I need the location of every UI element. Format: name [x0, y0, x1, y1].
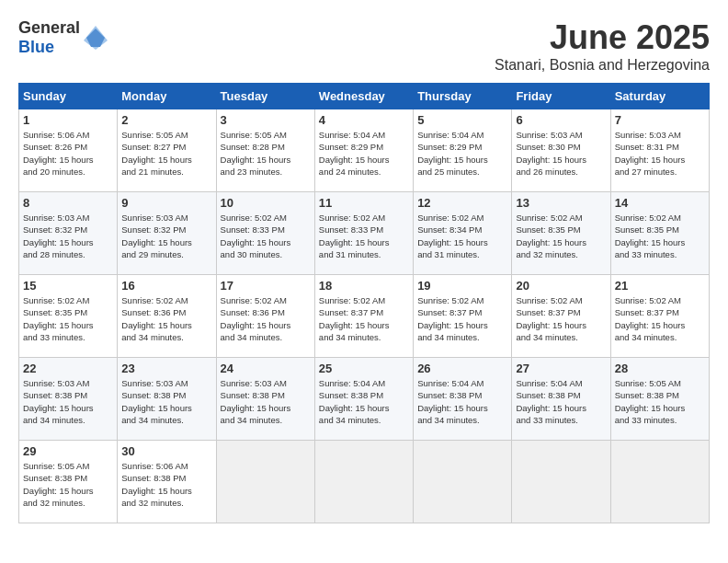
table-row: 28 Sunrise: 5:05 AM Sunset: 8:38 PM Dayl… [610, 358, 709, 441]
day-info: Sunrise: 5:02 AM Sunset: 8:36 PM Dayligh… [121, 294, 211, 343]
table-row: 21 Sunrise: 5:02 AM Sunset: 8:37 PM Dayl… [610, 275, 709, 358]
table-row: 19 Sunrise: 5:02 AM Sunset: 8:37 PM Dayl… [414, 275, 512, 358]
header-row: Sunday Monday Tuesday Wednesday Thursday… [19, 84, 710, 109]
col-thursday: Thursday [414, 84, 512, 109]
calendar-subtitle: Stanari, Bosnia and Herzegovina [495, 57, 710, 74]
day-number: 15 [23, 279, 113, 293]
table-row: 10 Sunrise: 5:02 AM Sunset: 8:33 PM Dayl… [216, 192, 314, 275]
table-row: 23 Sunrise: 5:03 AM Sunset: 8:38 PM Dayl… [118, 358, 216, 441]
day-number: 6 [516, 113, 606, 127]
day-info: Sunrise: 5:02 AM Sunset: 8:33 PM Dayligh… [319, 212, 409, 260]
day-number: 2 [121, 113, 211, 127]
table-row [610, 441, 709, 523]
day-info: Sunrise: 5:05 AM Sunset: 8:38 PM Dayligh… [23, 460, 113, 509]
day-number: 1 [23, 113, 113, 127]
table-row: 13 Sunrise: 5:02 AM Sunset: 8:35 PM Dayl… [512, 192, 610, 275]
day-info: Sunrise: 5:02 AM Sunset: 8:34 PM Dayligh… [417, 212, 507, 260]
table-row: 11 Sunrise: 5:02 AM Sunset: 8:33 PM Dayl… [314, 192, 413, 275]
day-number: 25 [319, 362, 409, 375]
day-number: 11 [319, 196, 409, 210]
table-row: 15 Sunrise: 5:02 AM Sunset: 8:35 PM Dayl… [19, 275, 118, 358]
day-info: Sunrise: 5:02 AM Sunset: 8:37 PM Dayligh… [417, 294, 507, 343]
table-row: 9 Sunrise: 5:03 AM Sunset: 8:32 PM Dayli… [118, 192, 216, 275]
table-row: 29 Sunrise: 5:05 AM Sunset: 8:38 PM Dayl… [19, 441, 118, 523]
logo: General Blue [18, 18, 109, 57]
table-row: 20 Sunrise: 5:02 AM Sunset: 8:37 PM Dayl… [512, 275, 610, 358]
day-number: 19 [417, 279, 507, 293]
day-info: Sunrise: 5:04 AM Sunset: 8:29 PM Dayligh… [417, 129, 507, 178]
calendar-table: Sunday Monday Tuesday Wednesday Thursday… [18, 83, 710, 523]
table-row: 2 Sunrise: 5:05 AM Sunset: 8:27 PM Dayli… [118, 109, 216, 192]
table-row: 17 Sunrise: 5:02 AM Sunset: 8:36 PM Dayl… [216, 275, 314, 358]
day-number: 8 [23, 196, 113, 210]
day-number: 20 [516, 279, 606, 293]
day-number: 24 [221, 362, 311, 375]
day-info: Sunrise: 5:02 AM Sunset: 8:33 PM Dayligh… [221, 212, 311, 260]
table-row: 24 Sunrise: 5:03 AM Sunset: 8:38 PM Dayl… [216, 358, 314, 441]
day-number: 3 [221, 113, 311, 127]
table-row: 7 Sunrise: 5:03 AM Sunset: 8:31 PM Dayli… [610, 109, 709, 192]
table-row: 30 Sunrise: 5:06 AM Sunset: 8:38 PM Dayl… [118, 441, 216, 523]
day-info: Sunrise: 5:04 AM Sunset: 8:38 PM Dayligh… [417, 377, 507, 426]
day-info: Sunrise: 5:03 AM Sunset: 8:32 PM Dayligh… [23, 212, 113, 260]
day-number: 7 [615, 113, 705, 127]
day-number: 16 [121, 279, 211, 293]
day-info: Sunrise: 5:04 AM Sunset: 8:29 PM Dayligh… [319, 129, 409, 178]
logo-general: General [18, 18, 80, 37]
title-section: June 2025 Stanari, Bosnia and Herzegovin… [495, 18, 710, 74]
table-row [314, 441, 413, 523]
table-row: 4 Sunrise: 5:04 AM Sunset: 8:29 PM Dayli… [314, 109, 413, 192]
day-info: Sunrise: 5:02 AM Sunset: 8:35 PM Dayligh… [23, 294, 113, 343]
day-info: Sunrise: 5:02 AM Sunset: 8:35 PM Dayligh… [615, 212, 705, 260]
page-header: General Blue June 2025 Stanari, Bosnia a… [18, 18, 710, 74]
col-tuesday: Tuesday [216, 84, 314, 109]
table-row: 25 Sunrise: 5:04 AM Sunset: 8:38 PM Dayl… [314, 358, 413, 441]
calendar-row: 1 Sunrise: 5:06 AM Sunset: 8:26 PM Dayli… [19, 109, 710, 192]
day-info: Sunrise: 5:03 AM Sunset: 8:38 PM Dayligh… [121, 377, 211, 426]
table-row: 16 Sunrise: 5:02 AM Sunset: 8:36 PM Dayl… [118, 275, 216, 358]
day-info: Sunrise: 5:05 AM Sunset: 8:28 PM Dayligh… [221, 129, 311, 178]
day-number: 27 [516, 362, 606, 375]
table-row: 3 Sunrise: 5:05 AM Sunset: 8:28 PM Dayli… [216, 109, 314, 192]
day-info: Sunrise: 5:03 AM Sunset: 8:31 PM Dayligh… [615, 129, 705, 178]
table-row [512, 441, 610, 523]
day-number: 13 [516, 196, 606, 210]
day-number: 14 [615, 196, 705, 210]
day-number: 10 [221, 196, 311, 210]
calendar-row: 22 Sunrise: 5:03 AM Sunset: 8:38 PM Dayl… [19, 358, 710, 441]
day-info: Sunrise: 5:02 AM Sunset: 8:37 PM Dayligh… [516, 294, 606, 343]
day-number: 9 [121, 196, 211, 210]
col-wednesday: Wednesday [314, 84, 413, 109]
day-info: Sunrise: 5:02 AM Sunset: 8:37 PM Dayligh… [615, 294, 705, 343]
day-number: 23 [121, 362, 211, 375]
table-row: 18 Sunrise: 5:02 AM Sunset: 8:37 PM Dayl… [314, 275, 413, 358]
table-row [216, 441, 314, 523]
day-info: Sunrise: 5:06 AM Sunset: 8:26 PM Dayligh… [23, 129, 113, 178]
day-number: 29 [23, 444, 113, 458]
table-row: 8 Sunrise: 5:03 AM Sunset: 8:32 PM Dayli… [19, 192, 118, 275]
table-row: 5 Sunrise: 5:04 AM Sunset: 8:29 PM Dayli… [414, 109, 512, 192]
day-info: Sunrise: 5:03 AM Sunset: 8:32 PM Dayligh… [121, 212, 211, 260]
table-row: 14 Sunrise: 5:02 AM Sunset: 8:35 PM Dayl… [610, 192, 709, 275]
logo-icon [82, 24, 109, 52]
table-row: 6 Sunrise: 5:03 AM Sunset: 8:30 PM Dayli… [512, 109, 610, 192]
day-number: 18 [319, 279, 409, 293]
table-row: 12 Sunrise: 5:02 AM Sunset: 8:34 PM Dayl… [414, 192, 512, 275]
day-info: Sunrise: 5:04 AM Sunset: 8:38 PM Dayligh… [516, 377, 606, 426]
day-info: Sunrise: 5:05 AM Sunset: 8:27 PM Dayligh… [121, 129, 211, 178]
col-monday: Monday [118, 84, 216, 109]
day-number: 28 [615, 362, 705, 375]
day-info: Sunrise: 5:03 AM Sunset: 8:38 PM Dayligh… [221, 377, 311, 426]
day-number: 22 [23, 362, 113, 375]
day-number: 26 [417, 362, 507, 375]
calendar-row: 8 Sunrise: 5:03 AM Sunset: 8:32 PM Dayli… [19, 192, 710, 275]
day-number: 21 [615, 279, 705, 293]
calendar-row: 15 Sunrise: 5:02 AM Sunset: 8:35 PM Dayl… [19, 275, 710, 358]
table-row: 27 Sunrise: 5:04 AM Sunset: 8:38 PM Dayl… [512, 358, 610, 441]
col-friday: Friday [512, 84, 610, 109]
day-info: Sunrise: 5:02 AM Sunset: 8:37 PM Dayligh… [319, 294, 409, 343]
col-sunday: Sunday [19, 84, 118, 109]
calendar-row: 29 Sunrise: 5:05 AM Sunset: 8:38 PM Dayl… [19, 441, 710, 523]
day-number: 4 [319, 113, 409, 127]
day-info: Sunrise: 5:02 AM Sunset: 8:35 PM Dayligh… [516, 212, 606, 260]
